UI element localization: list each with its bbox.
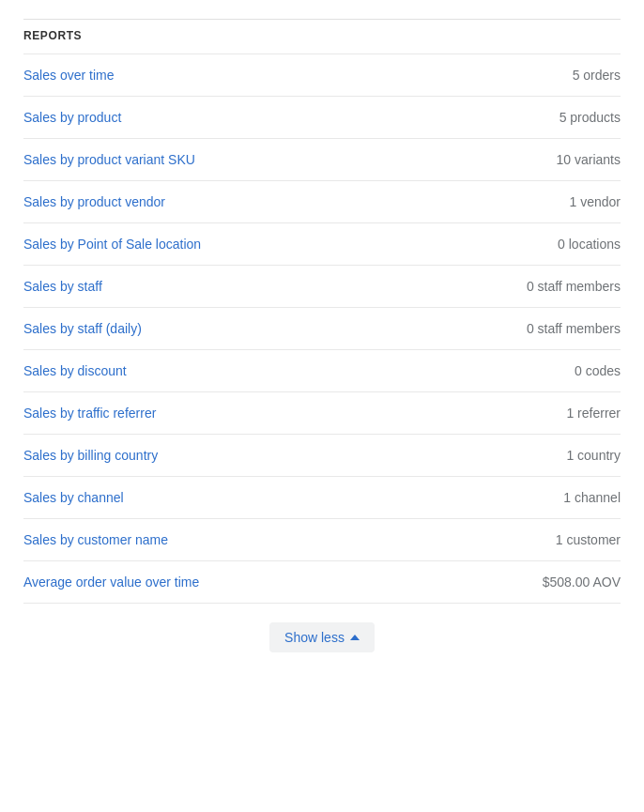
report-link[interactable]: Sales by Point of Sale location [23,237,201,252]
report-value: 1 customer [556,532,621,547]
table-row: Sales by product vendor1 vendor [23,180,621,222]
table-row: Sales by staff0 staff members [23,265,621,307]
report-link[interactable]: Sales by product variant SKU [23,152,195,167]
table-row: Sales by staff (daily)0 staff members [23,307,621,349]
report-link[interactable]: Sales by staff (daily) [23,321,142,336]
report-value: 10 variants [557,152,621,167]
show-less-button[interactable]: Show less [269,622,375,652]
table-row: Sales by discount0 codes [23,349,621,391]
table-row: Sales by Point of Sale location0 locatio… [23,222,621,265]
reports-section-header: REPORTS [23,19,621,54]
report-link[interactable]: Sales by channel [23,490,124,505]
report-value: 0 staff members [527,321,621,336]
table-row: Sales over time5 orders [23,54,621,96]
report-link[interactable]: Sales by staff [23,279,102,294]
table-row: Sales by customer name1 customer [23,518,621,560]
chevron-up-icon [350,635,360,640]
report-link[interactable]: Sales by product [23,110,121,125]
show-less-label: Show less [284,630,345,645]
report-value: 5 orders [573,68,621,83]
report-value: 0 staff members [527,279,621,294]
report-value: 1 referrer [566,406,621,421]
report-value: 1 channel [563,490,621,505]
report-value: 1 country [566,448,621,463]
report-value: 1 vendor [570,194,621,209]
report-link[interactable]: Sales by billing country [23,448,158,463]
table-row: Sales by billing country1 country [23,434,621,476]
reports-list: Sales over time5 ordersSales by product5… [23,54,621,604]
table-row: Sales by channel1 channel [23,476,621,518]
report-link[interactable]: Sales by discount [23,363,127,378]
report-link[interactable]: Average order value over time [23,575,199,590]
show-less-container: Show less [23,604,621,662]
table-row: Average order value over time$508.00 AOV [23,560,621,604]
table-row: Sales by traffic referrer1 referrer [23,391,621,434]
report-link[interactable]: Sales over time [23,68,114,83]
report-value: 0 codes [575,363,621,378]
table-row: Sales by product5 products [23,96,621,138]
report-value: $508.00 AOV [543,575,621,590]
report-link[interactable]: Sales by product vendor [23,194,165,209]
report-value: 5 products [560,110,621,125]
table-row: Sales by product variant SKU10 variants [23,138,621,180]
report-link[interactable]: Sales by customer name [23,532,168,547]
report-link[interactable]: Sales by traffic referrer [23,406,156,421]
report-value: 0 locations [558,237,621,252]
